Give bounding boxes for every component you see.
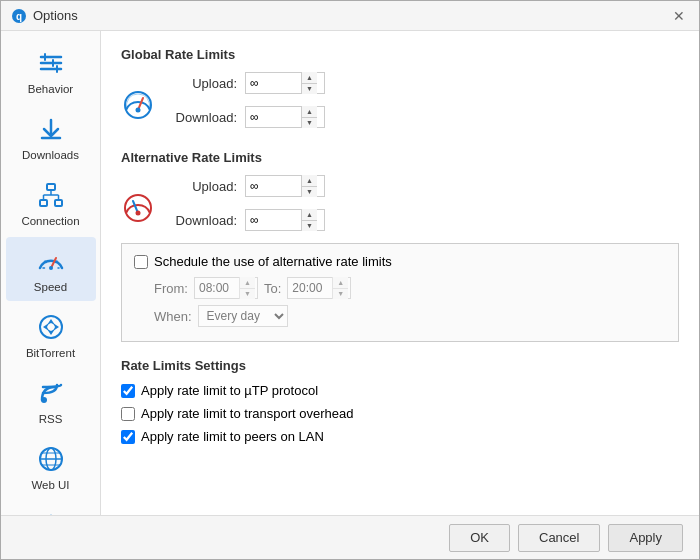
ok-button[interactable]: OK: [449, 524, 510, 552]
global-upload-input[interactable]: [246, 76, 301, 90]
bittorrent-icon: [35, 311, 67, 343]
svg-point-35: [136, 211, 141, 216]
schedule-checkbox[interactable]: [134, 255, 148, 269]
svg-rect-10: [40, 200, 47, 206]
from-down[interactable]: ▼: [240, 289, 255, 300]
svg-point-32: [136, 108, 141, 113]
sidebar-item-connection-label: Connection: [21, 215, 79, 227]
global-upload-down[interactable]: ▼: [302, 84, 317, 95]
sidebar-item-connection[interactable]: Connection: [6, 171, 96, 235]
from-input[interactable]: [195, 281, 239, 295]
global-rate-limits-title: Global Rate Limits: [121, 47, 679, 62]
alt-speedometer-icon: [121, 181, 159, 231]
lan-label[interactable]: Apply rate limit to peers on LAN: [141, 429, 324, 444]
alt-upload-down[interactable]: ▼: [302, 187, 317, 198]
alt-upload-input[interactable]: [246, 179, 301, 193]
transport-checkbox[interactable]: [121, 407, 135, 421]
utp-checkbox-row: Apply rate limit to µTP protocol: [121, 383, 679, 398]
from-arrows: ▲ ▼: [239, 277, 255, 299]
sidebar-item-rss[interactable]: RSS: [6, 369, 96, 433]
sidebar-item-webui-label: Web UI: [31, 479, 69, 491]
alt-upload-spinbox[interactable]: ▲ ▼: [245, 175, 325, 197]
when-label: When:: [154, 309, 192, 324]
alt-download-input[interactable]: [246, 213, 301, 227]
alt-upload-row: Upload: ▲ ▼: [167, 175, 325, 197]
rss-icon: [35, 377, 67, 409]
global-download-up[interactable]: ▲: [302, 106, 317, 118]
global-download-row: Download: ▲ ▼: [167, 106, 325, 128]
to-down[interactable]: ▼: [333, 289, 348, 300]
transport-label[interactable]: Apply rate limit to transport overhead: [141, 406, 353, 421]
sidebar-item-behavior[interactable]: Behavior: [6, 39, 96, 103]
to-up[interactable]: ▲: [333, 277, 348, 289]
alt-upload-label: Upload:: [167, 179, 237, 194]
app-icon: q: [11, 8, 27, 24]
alt-download-down[interactable]: ▼: [302, 221, 317, 232]
alt-download-spinbox[interactable]: ▲ ▼: [245, 209, 325, 231]
window-title: Options: [33, 8, 78, 23]
alt-download-up[interactable]: ▲: [302, 209, 317, 221]
sidebar-item-bittorrent-label: BitTorrent: [26, 347, 75, 359]
alt-rates-fields: Upload: ▲ ▼ Download:: [167, 175, 325, 237]
speed-icon: [35, 245, 67, 277]
alternative-rate-limits-section: Alternative Rate Limits Upload:: [121, 150, 679, 342]
global-download-label: Download:: [167, 110, 237, 125]
schedule-times-row: From: ▲ ▼ To: ▲: [154, 277, 666, 299]
main-content: Behavior Downloads: [1, 31, 699, 515]
svg-point-17: [49, 266, 53, 270]
webui-icon: [35, 443, 67, 475]
global-rate-limits-section: Global Rate Limits: [121, 47, 679, 134]
sidebar-item-rss-label: RSS: [39, 413, 63, 425]
global-upload-up[interactable]: ▲: [302, 72, 317, 84]
global-download-input[interactable]: [246, 110, 301, 124]
downloads-icon: [35, 113, 67, 145]
schedule-when-row: When: Every day Weekdays Weekends: [154, 305, 666, 327]
connection-icon: [35, 179, 67, 211]
lan-checkbox[interactable]: [121, 430, 135, 444]
global-download-arrows: ▲ ▼: [301, 106, 317, 128]
global-rates-container: Upload: ▲ ▼ Download:: [121, 72, 679, 134]
utp-checkbox[interactable]: [121, 384, 135, 398]
footer: OK Cancel Apply: [1, 515, 699, 559]
svg-rect-11: [55, 200, 62, 206]
sidebar-item-advanced[interactable]: Advanced: [6, 501, 96, 515]
titlebar: q Options ✕: [1, 1, 699, 31]
alt-rates-container: Upload: ▲ ▼ Download:: [121, 175, 679, 237]
global-download-down[interactable]: ▼: [302, 118, 317, 129]
global-upload-label: Upload:: [167, 76, 237, 91]
to-input[interactable]: [288, 281, 332, 295]
alt-upload-up[interactable]: ▲: [302, 175, 317, 187]
sidebar-item-downloads-label: Downloads: [22, 149, 79, 161]
from-up[interactable]: ▲: [240, 277, 255, 289]
alt-download-row: Download: ▲ ▼: [167, 209, 325, 231]
schedule-label[interactable]: Schedule the use of alternative rate lim…: [154, 254, 392, 269]
alt-download-label: Download:: [167, 213, 237, 228]
global-download-spinbox[interactable]: ▲ ▼: [245, 106, 325, 128]
close-button[interactable]: ✕: [669, 6, 689, 26]
sidebar-item-webui[interactable]: Web UI: [6, 435, 96, 499]
cancel-button[interactable]: Cancel: [518, 524, 600, 552]
schedule-checkbox-row: Schedule the use of alternative rate lim…: [134, 254, 666, 269]
sidebar-item-downloads[interactable]: Downloads: [6, 105, 96, 169]
alt-download-arrows: ▲ ▼: [301, 209, 317, 231]
behavior-icon: [35, 47, 67, 79]
svg-line-21: [56, 261, 57, 263]
global-upload-spinbox[interactable]: ▲ ▼: [245, 72, 325, 94]
when-select[interactable]: Every day Weekdays Weekends: [198, 305, 288, 327]
to-spinbox[interactable]: ▲ ▼: [287, 277, 351, 299]
svg-text:q: q: [16, 11, 22, 22]
options-window: q Options ✕ Behavior: [0, 0, 700, 560]
to-label: To:: [264, 281, 281, 296]
utp-label[interactable]: Apply rate limit to µTP protocol: [141, 383, 318, 398]
sidebar-item-bittorrent[interactable]: BitTorrent: [6, 303, 96, 367]
sidebar-item-behavior-label: Behavior: [28, 83, 73, 95]
apply-button[interactable]: Apply: [608, 524, 683, 552]
lan-checkbox-row: Apply rate limit to peers on LAN: [121, 429, 679, 444]
from-spinbox[interactable]: ▲ ▼: [194, 277, 258, 299]
sidebar-item-speed[interactable]: Speed: [6, 237, 96, 301]
svg-line-20: [45, 261, 46, 263]
svg-rect-9: [47, 184, 55, 190]
global-upload-arrows: ▲ ▼: [301, 72, 317, 94]
schedule-section: Schedule the use of alternative rate lim…: [121, 243, 679, 342]
alt-upload-arrows: ▲ ▼: [301, 175, 317, 197]
